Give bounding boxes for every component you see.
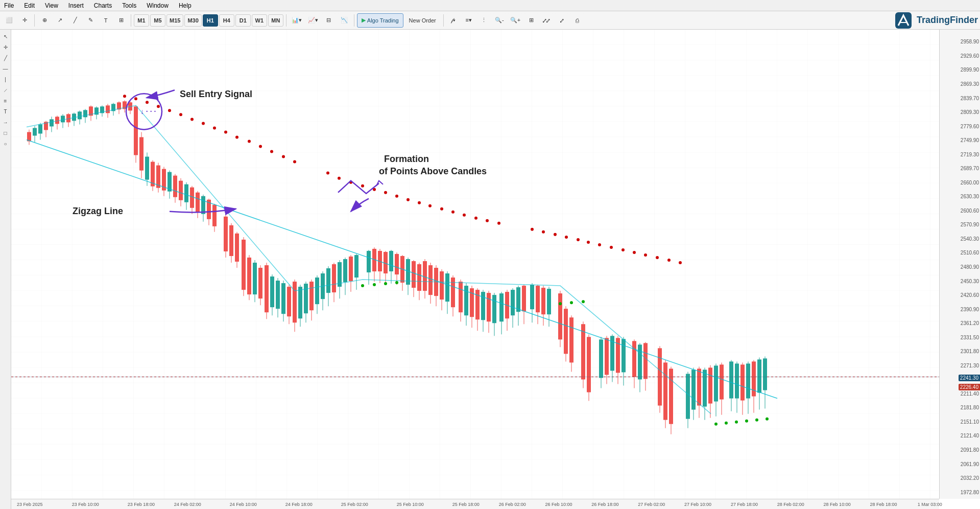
svg-rect-112	[326, 268, 330, 293]
new-chart-btn[interactable]: ⬜	[2, 13, 16, 28]
svg-rect-86	[253, 263, 257, 294]
screenshot-btn[interactable]: ⎙	[570, 13, 584, 28]
tf-w1[interactable]: W1	[252, 14, 267, 27]
svg-point-260	[270, 150, 273, 153]
shapes-btn[interactable]: ⊞	[114, 13, 128, 28]
menu-view[interactable]: View	[43, 1, 60, 10]
zoom-out-btn[interactable]: 🔍-	[492, 13, 507, 28]
svg-point-256	[224, 130, 227, 133]
svg-point-284	[587, 241, 590, 244]
tf-m5[interactable]: M5	[150, 14, 165, 27]
time-24feb02: 24 Feb 02:00	[174, 502, 201, 507]
svg-rect-46	[134, 106, 138, 155]
svg-point-271	[418, 201, 421, 204]
price-2689: 2689.70	[961, 166, 979, 171]
left-toolbar: ↖ ✛ ╱ — | ⟋ ≡ T → □ ○	[0, 30, 11, 509]
menu-tools[interactable]: Tools	[120, 1, 138, 10]
price-2091: 2091.80	[961, 447, 979, 453]
price-2929: 2929.60	[961, 53, 979, 59]
svg-point-277	[486, 219, 489, 222]
svg-rect-98	[287, 287, 291, 316]
chart-style-btn[interactable]: 📈▾	[305, 13, 321, 28]
svg-rect-216	[663, 362, 667, 420]
svg-point-247	[123, 95, 126, 98]
svg-point-249	[146, 101, 149, 104]
current-price-label: 2241.30	[959, 375, 980, 381]
svg-point-278	[497, 222, 500, 225]
svg-rect-26	[78, 111, 82, 119]
tf-m15[interactable]: M15	[166, 14, 183, 27]
tool-hline[interactable]: —	[1, 64, 10, 73]
tf-h1[interactable]: H1	[203, 14, 218, 27]
svg-rect-184	[541, 288, 545, 314]
svg-rect-158	[464, 286, 468, 315]
arrow-btn[interactable]: ↗	[53, 13, 67, 28]
svg-rect-196	[587, 337, 591, 392]
svg-point-292	[679, 261, 682, 264]
chart-type-btn[interactable]: 📊▾	[289, 13, 304, 28]
svg-point-305	[766, 418, 769, 421]
indicators2-btn[interactable]: ⑇⑇	[539, 13, 554, 28]
chart-canvas-area[interactable]: ↓ · · · Sell Entry Signal Zigzag Line	[11, 30, 939, 499]
trend-tools-btn[interactable]: 𝒻▾	[446, 13, 461, 28]
tf-m1[interactable]: M1	[134, 14, 149, 27]
tf-mn[interactable]: MN	[268, 14, 283, 27]
formation-label-2: of Points Above Candles	[379, 166, 487, 176]
svg-point-273	[440, 207, 443, 211]
tool-crosshair[interactable]: ✛	[1, 42, 10, 52]
algo-trading-btn[interactable]: ▶ Algo Trading	[357, 13, 403, 28]
svg-rect-170	[499, 293, 504, 321]
tool-line[interactable]: ╱	[1, 53, 10, 62]
svg-rect-48	[139, 137, 144, 170]
cross-btn[interactable]: ⊕	[37, 13, 52, 28]
new-order-btn[interactable]: New Order	[404, 13, 441, 28]
svg-point-295	[384, 282, 387, 285]
menu-file[interactable]: File	[2, 1, 16, 10]
svg-point-252	[179, 113, 182, 116]
menu-bar: File Edit View Insert Charts Tools Windo…	[0, 0, 980, 11]
tf-m30[interactable]: M30	[184, 14, 201, 27]
period-sep-btn[interactable]: ⑇	[555, 13, 569, 28]
svg-rect-206	[622, 339, 626, 372]
indicators-btn[interactable]: 📉	[337, 13, 351, 28]
cursor-btn[interactable]: ✛	[17, 13, 32, 28]
tool-arrow[interactable]: →	[1, 118, 10, 127]
menu-edit[interactable]: Edit	[22, 1, 37, 10]
tool-ellipse[interactable]: ○	[1, 139, 10, 148]
tool-text[interactable]: T	[1, 107, 10, 116]
levels-btn[interactable]: ≡▾	[462, 13, 476, 28]
zoom-in-btn[interactable]: 🔍+	[508, 13, 523, 28]
tool-channel[interactable]: ⟋	[1, 85, 10, 95]
svg-point-250	[157, 105, 160, 108]
tool-fib[interactable]: ≡	[1, 96, 10, 105]
menu-charts[interactable]: Charts	[92, 1, 114, 10]
price-2719: 2719.30	[961, 152, 979, 157]
time-28feb02: 28 Feb 02:00	[777, 502, 804, 507]
chart-mode-btn[interactable]: ⊟	[322, 13, 336, 28]
text-btn[interactable]: T	[99, 13, 113, 28]
price-2660: 2660.00	[961, 180, 979, 186]
tool-vline[interactable]: |	[1, 75, 10, 84]
time-27feb10: 27 Feb 10:00	[684, 502, 711, 507]
tool-rectangle[interactable]: □	[1, 128, 10, 137]
price-2181: 2181.80	[961, 405, 979, 410]
tf-h4[interactable]: H4	[219, 14, 234, 27]
svg-rect-28	[83, 110, 87, 117]
svg-point-279	[531, 228, 534, 231]
line-btn[interactable]: ╱	[68, 13, 82, 28]
menu-window[interactable]: Window	[145, 1, 171, 10]
svg-point-304	[755, 419, 758, 422]
grid-btn[interactable]: ⊞	[524, 13, 538, 28]
svg-point-294	[373, 283, 376, 286]
price-2540: 2540.30	[961, 236, 979, 242]
menu-insert[interactable]: Insert	[66, 1, 86, 10]
tf-d1[interactable]: D1	[235, 14, 251, 27]
svg-rect-232	[720, 364, 724, 399]
time-23feb2025: 23 Feb 2025	[17, 502, 43, 507]
menu-help[interactable]: Help	[177, 1, 194, 10]
pencil-btn[interactable]: ✎	[83, 13, 98, 28]
tool-cursor[interactable]: ↖	[1, 32, 10, 41]
svg-rect-132	[389, 251, 393, 271]
time-28feb10: 28 Feb 10:00	[824, 502, 851, 507]
tools2-btn[interactable]: ⋮	[477, 13, 491, 28]
